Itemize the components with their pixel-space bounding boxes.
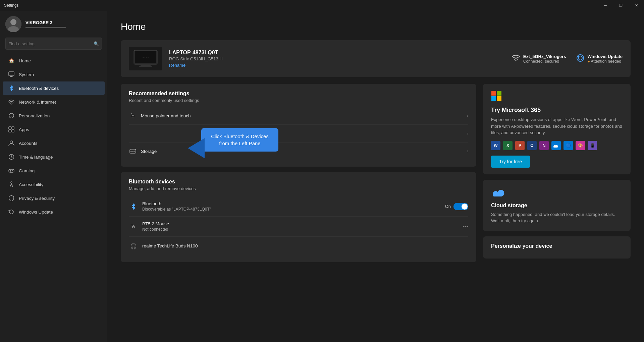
ms365-title: Try Microsoft 365 xyxy=(491,107,623,114)
bt-mouse-menu[interactable]: ••• xyxy=(463,224,468,230)
sidebar-item-bluetooth[interactable]: Bluetooth & devices xyxy=(3,81,105,95)
sidebar-item-accessibility[interactable]: Accessibility xyxy=(3,178,105,191)
bt-earbuds-info: realme TechLife Buds N100 xyxy=(142,243,468,249)
bluetooth-subtitle: Manage, add, and remove devices xyxy=(129,186,468,191)
svg-rect-33 xyxy=(497,96,501,101)
extra-icon: 📱 xyxy=(588,141,597,150)
sidebar-item-apps[interactable]: Apps xyxy=(3,123,105,136)
sidebar: VIKROGER 3 🔍 🏠 Home System xyxy=(0,11,107,342)
sidebar-item-time-label: Time & language xyxy=(19,155,53,160)
svg-rect-8 xyxy=(9,127,11,129)
personalization-icon xyxy=(8,112,15,119)
titlebar: Settings ─ ❐ ✕ xyxy=(0,0,644,11)
update-icon xyxy=(8,209,15,215)
wifi-name: Ext_5GHz_Vikrogers xyxy=(523,54,566,59)
sidebar-item-system-label: System xyxy=(19,72,34,77)
device-info: LAPTOP-4873LQ0T ROG Strix G513IH_G513IH … xyxy=(169,50,505,68)
app-body: VIKROGER 3 🔍 🏠 Home System xyxy=(0,11,644,342)
sidebar-item-time[interactable]: Time & language xyxy=(3,150,105,164)
bt-earbuds-icon: 🎧 xyxy=(129,241,138,251)
svg-rect-22 xyxy=(141,65,151,66)
onedrive-icon xyxy=(551,141,561,150)
bluetooth-info: Bluetooth Discoverable as "LAPTOP-4873LQ… xyxy=(142,201,441,212)
onenote-icon: N xyxy=(539,141,549,150)
accessibility-icon xyxy=(8,181,15,188)
titlebar-title: Settings xyxy=(4,3,18,8)
sidebar-item-gaming-label: Gaming xyxy=(19,168,35,173)
bt-mouse-status: Not connected xyxy=(142,227,459,232)
svg-point-1 xyxy=(10,19,16,25)
profile-name: VIKROGER 3 xyxy=(25,20,66,25)
ppt-icon: P xyxy=(515,141,525,150)
sidebar-item-network-label: Network & internet xyxy=(19,100,56,105)
svg-point-17 xyxy=(12,170,13,171)
bt-earbuds-name: realme TechLife Buds N100 xyxy=(142,243,468,248)
sidebar-profile[interactable]: VIKROGER 3 xyxy=(0,11,107,36)
tooltip-overlay: Click Bluetooth & Devices from the Left … xyxy=(201,128,278,152)
system-icon xyxy=(8,71,15,78)
storage-chevron: › xyxy=(467,149,468,154)
ms365-card: Try Microsoft 365 Experience desktop ver… xyxy=(483,84,631,174)
svg-rect-31 xyxy=(497,91,501,96)
col-right: Try Microsoft 365 Experience desktop ver… xyxy=(483,84,631,262)
svg-point-12 xyxy=(10,141,13,144)
device-model: ROG Strix G513IH_G513IH xyxy=(169,56,505,61)
svg-rect-11 xyxy=(12,130,14,132)
sidebar-item-accounts[interactable]: Accounts xyxy=(3,136,105,150)
outlook-icon: O xyxy=(527,141,537,150)
tooltip-arrow xyxy=(188,138,205,158)
close-button[interactable]: ✕ xyxy=(629,0,644,11)
svg-point-18 xyxy=(13,171,13,171)
sidebar-item-privacy-label: Privacy & security xyxy=(19,196,55,201)
network-icon xyxy=(8,99,15,105)
svg-point-28 xyxy=(135,151,136,152)
personalize-title: Personalize your device xyxy=(491,243,623,249)
main-wrapper: Click Bluetooth & Devices from the Left … xyxy=(107,11,644,342)
bluetooth-toggle[interactable] xyxy=(453,203,468,210)
bluetooth-discoverable: Discoverable as "LAPTOP-4873LQ0T" xyxy=(142,207,441,212)
sidebar-item-update[interactable]: Windows Update xyxy=(3,205,105,219)
device-rename[interactable]: Rename xyxy=(169,63,505,68)
minimize-button[interactable]: ─ xyxy=(598,0,613,11)
update-text: Windows Update ● Attention needed xyxy=(587,54,623,64)
storage-icon xyxy=(129,147,137,155)
bluetooth-devices-card: Bluetooth devices Manage, add, and remov… xyxy=(121,172,476,262)
device-card: ROG LAPTOP-4873LQ0T ROG Strix G513IH_G51… xyxy=(121,40,631,77)
device-name: LAPTOP-4873LQ0T xyxy=(169,50,505,56)
search-box[interactable]: 🔍 xyxy=(5,38,102,50)
sidebar-item-accounts-label: Accounts xyxy=(19,141,38,146)
bt-mouse-icon: 🖱 xyxy=(129,222,138,231)
word-icon: W xyxy=(491,141,500,150)
bt-device-earbuds-row: 🎧 realme TechLife Buds N100 xyxy=(129,237,468,255)
wifi-status-text: Connected, secured xyxy=(523,59,566,64)
ms-logo xyxy=(491,91,623,103)
setting-row-mouse[interactable]: 🖱 Mouse pointer and touch › xyxy=(129,107,468,125)
wifi-status: Ext_5GHz_Vikrogers Connected, secured xyxy=(512,54,566,64)
titlebar-controls: ─ ❐ ✕ xyxy=(598,0,644,11)
mouse-chevron: › xyxy=(467,113,468,118)
recommended-card: Recommended settings Recent and commonly… xyxy=(121,84,476,167)
update-status-value: Attention needed xyxy=(591,59,621,64)
sidebar-item-apps-label: Apps xyxy=(19,127,29,132)
sidebar-item-gaming[interactable]: Gaming xyxy=(3,164,105,177)
maximize-button[interactable]: ❐ xyxy=(613,0,629,11)
cloud-storage-card: Cloud storage Something happened, and we… xyxy=(483,180,631,231)
setting-row-blank[interactable]: › xyxy=(129,125,468,142)
sidebar-item-privacy[interactable]: Privacy & security xyxy=(3,191,105,205)
search-input[interactable] xyxy=(8,41,94,46)
sidebar-item-home[interactable]: 🏠 Home xyxy=(3,54,105,67)
device-status-row: Ext_5GHz_Vikrogers Connected, secured xyxy=(512,54,623,64)
sidebar-item-personalization[interactable]: Personalization xyxy=(3,109,105,122)
teams-icon: 🔵 xyxy=(564,141,573,150)
try-free-button[interactable]: Try for free xyxy=(491,156,530,168)
sidebar-item-system[interactable]: System xyxy=(3,68,105,81)
bt-device-mouse-row: 🖱 BT5.2 Mouse Not connected ••• xyxy=(129,217,468,237)
setting-row-storage[interactable]: Storage › xyxy=(129,142,468,160)
col-left: Recommended settings Recent and commonly… xyxy=(121,84,476,262)
sidebar-item-network[interactable]: Network & internet xyxy=(3,95,105,109)
cloud-icon xyxy=(491,186,623,199)
home-icon: 🏠 xyxy=(8,57,15,64)
bt-mouse-name: BT5.2 Mouse xyxy=(142,221,459,226)
bluetooth-title: Bluetooth devices xyxy=(129,179,468,185)
svg-point-25 xyxy=(515,60,516,61)
